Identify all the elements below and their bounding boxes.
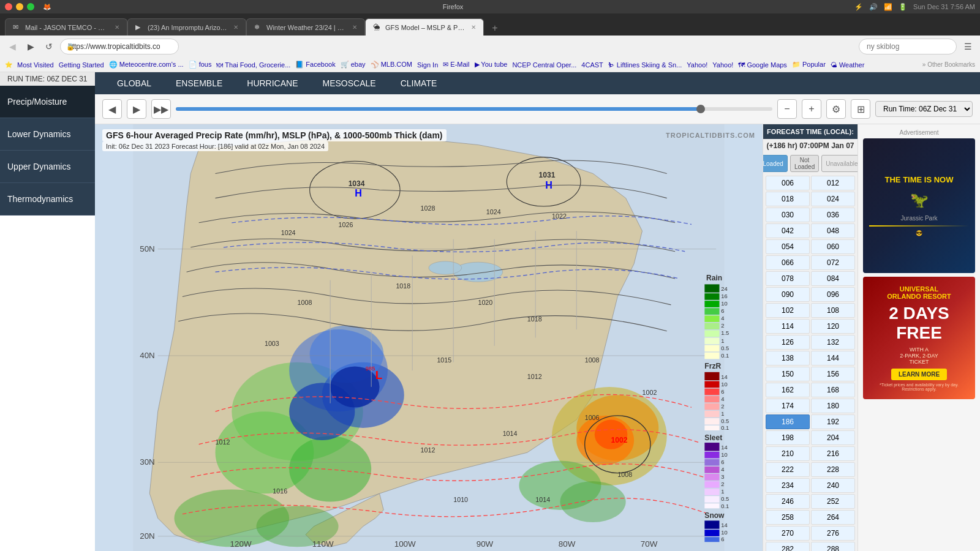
time-cell-078[interactable]: 078 bbox=[766, 271, 810, 286]
tab-mail[interactable]: ✉ Mail - JASON TEMCO - Outlook ✕ bbox=[5, 18, 127, 36]
time-cell-150[interactable]: 150 bbox=[766, 367, 810, 381]
bookmark-popular[interactable]: 📁 Popular bbox=[792, 61, 826, 69]
bookmark-liftlines[interactable]: ⛷ Liftlines Skiing & Sn... bbox=[608, 61, 682, 69]
tab-gfs[interactable]: 🌦 GFS Model – MSLP & Precip (R... ✕ bbox=[365, 18, 484, 36]
not-loaded-button[interactable]: Not Loaded bbox=[790, 155, 819, 172]
unavailable-button[interactable]: Unavailable bbox=[821, 155, 858, 172]
next-frame-button[interactable]: ▶▶ bbox=[151, 99, 171, 119]
bookmark-thai[interactable]: 🍽 Thai Food, Grocerie... bbox=[216, 61, 290, 69]
time-cell-120[interactable]: 120 bbox=[811, 319, 855, 334]
time-cell-282[interactable]: 282 bbox=[766, 542, 810, 551]
new-tab-button[interactable]: + bbox=[486, 21, 503, 36]
time-cell-048[interactable]: 048 bbox=[811, 223, 855, 238]
time-cell-036[interactable]: 036 bbox=[811, 208, 855, 222]
nav-climate[interactable]: Climate bbox=[388, 72, 450, 94]
time-cell-162[interactable]: 162 bbox=[766, 383, 810, 397]
time-cell-132[interactable]: 132 bbox=[811, 335, 855, 350]
bookmark-fous[interactable]: 📄 fous bbox=[189, 61, 212, 69]
time-cell-090[interactable]: 090 bbox=[766, 287, 810, 302]
time-cell-258[interactable]: 258 bbox=[766, 510, 810, 525]
time-cell-144[interactable]: 144 bbox=[811, 351, 855, 365]
bookmark-getting-started[interactable]: Getting Started bbox=[59, 61, 104, 69]
time-cell-270[interactable]: 270 bbox=[766, 526, 810, 541]
zoom-out-button[interactable]: − bbox=[777, 99, 797, 119]
time-cell-234[interactable]: 234 bbox=[766, 478, 810, 493]
bookmarks-more[interactable]: » Other Bookmarks bbox=[922, 61, 975, 68]
time-cell-156[interactable]: 156 bbox=[811, 367, 855, 381]
time-cell-138[interactable]: 138 bbox=[766, 351, 810, 365]
time-cell-054[interactable]: 054 bbox=[766, 239, 810, 254]
nav-mesoscale[interactable]: Mesoscale bbox=[311, 72, 388, 94]
sidebar-item-lower[interactable]: Lower Dynamics bbox=[0, 118, 95, 151]
run-time-select[interactable]: Run Time: 06Z Dec 31 bbox=[875, 101, 973, 117]
time-cell-168[interactable]: 168 bbox=[811, 383, 855, 397]
bookmark-yahoo1[interactable]: Yahoo! bbox=[687, 61, 707, 69]
time-cell-126[interactable]: 126 bbox=[766, 335, 810, 350]
sidebar-item-thermo[interactable]: Thermodynamics bbox=[0, 183, 95, 216]
time-cell-180[interactable]: 180 bbox=[811, 399, 855, 413]
time-cell-024[interactable]: 024 bbox=[811, 192, 855, 206]
bookmark-ncep[interactable]: NCEP Central Oper... bbox=[512, 61, 576, 69]
time-cell-198[interactable]: 198 bbox=[766, 430, 810, 445]
bookmark-yahoo2[interactable]: Yahoo! bbox=[712, 61, 733, 69]
time-cell-276[interactable]: 276 bbox=[811, 526, 855, 541]
settings-button[interactable]: ☰ bbox=[960, 39, 975, 54]
bookmark-gmaps[interactable]: 🗺 Google Maps bbox=[738, 61, 786, 69]
time-cell-042[interactable]: 042 bbox=[766, 223, 810, 238]
ad2-cta-button[interactable]: LEARN MORE bbox=[891, 369, 947, 380]
time-cell-288[interactable]: 288 bbox=[811, 542, 855, 551]
time-cell-096[interactable]: 096 bbox=[811, 287, 855, 302]
time-cell-210[interactable]: 210 bbox=[766, 446, 810, 461]
bookmark-most-visited[interactable]: Most Visited bbox=[17, 61, 54, 69]
grid-button[interactable]: ⊞ bbox=[851, 99, 870, 119]
minimize-button[interactable] bbox=[16, 3, 23, 10]
play-button[interactable]: ▶ bbox=[127, 99, 146, 119]
nav-global[interactable]: Global bbox=[105, 72, 164, 94]
tab-close-mail[interactable]: ✕ bbox=[115, 24, 119, 31]
close-button[interactable] bbox=[5, 3, 12, 10]
tab-weather[interactable]: ❄ Winter Weather 23/24 | Page 8... ✕ bbox=[246, 18, 365, 36]
time-cell-192[interactable]: 192 bbox=[811, 414, 855, 429]
time-cell-114[interactable]: 114 bbox=[766, 319, 810, 334]
time-cell-246[interactable]: 246 bbox=[766, 494, 810, 509]
prev-frame-button[interactable]: ◀ bbox=[102, 99, 122, 119]
bookmark-weather[interactable]: 🌤 Weather bbox=[831, 61, 864, 69]
time-cell-186[interactable]: 186 bbox=[766, 414, 810, 429]
time-cell-060[interactable]: 060 bbox=[811, 239, 855, 254]
search-box[interactable] bbox=[859, 39, 957, 54]
tab-close-yt[interactable]: ✕ bbox=[233, 24, 238, 31]
bookmark-ebay[interactable]: 🛒 ebay bbox=[341, 61, 366, 69]
maximize-button[interactable] bbox=[27, 3, 34, 10]
time-cell-084[interactable]: 084 bbox=[811, 271, 855, 286]
time-cell-108[interactable]: 108 bbox=[811, 303, 855, 318]
refresh-button[interactable]: ↺ bbox=[42, 39, 56, 54]
time-cell-222[interactable]: 222 bbox=[766, 462, 810, 477]
timeline-slider[interactable] bbox=[176, 107, 772, 111]
loaded-button[interactable]: Loaded bbox=[763, 155, 788, 172]
tab-youtube[interactable]: ▶ (23) An Impromptu Arizona Bo... ✕ bbox=[127, 18, 246, 36]
time-cell-006[interactable]: 006 bbox=[766, 176, 810, 190]
sidebar-item-precip[interactable]: Precip/Moisture bbox=[0, 86, 95, 118]
bookmark-meteo[interactable]: 🌐 Meteocentre.com's ... bbox=[109, 61, 184, 69]
time-cell-252[interactable]: 252 bbox=[811, 494, 855, 509]
zoom-in-button[interactable]: + bbox=[802, 99, 821, 119]
bookmark-facebook[interactable]: 📘 Facebook bbox=[295, 61, 335, 69]
nav-hurricane[interactable]: Hurricane bbox=[235, 72, 310, 94]
time-cell-264[interactable]: 264 bbox=[811, 510, 855, 525]
time-cell-204[interactable]: 204 bbox=[811, 430, 855, 445]
tab-close-gfs[interactable]: ✕ bbox=[471, 24, 476, 31]
sidebar-item-upper[interactable]: Upper Dynamics bbox=[0, 151, 95, 183]
time-cell-072[interactable]: 072 bbox=[811, 255, 855, 270]
time-cell-240[interactable]: 240 bbox=[811, 478, 855, 493]
time-cell-228[interactable]: 228 bbox=[811, 462, 855, 477]
time-cell-030[interactable]: 030 bbox=[766, 208, 810, 222]
bookmark-mlb[interactable]: ⚾ MLB.COM bbox=[371, 61, 412, 69]
forward-button[interactable]: ▶ bbox=[23, 39, 38, 54]
nav-ensemble[interactable]: Ensemble bbox=[164, 72, 235, 94]
bookmark-4cast[interactable]: 4CAST bbox=[581, 61, 603, 69]
time-cell-066[interactable]: 066 bbox=[766, 255, 810, 270]
time-cell-174[interactable]: 174 bbox=[766, 399, 810, 413]
back-button[interactable]: ◀ bbox=[5, 39, 20, 54]
address-bar[interactable] bbox=[60, 39, 179, 54]
settings-button[interactable]: ⚙ bbox=[826, 99, 846, 119]
